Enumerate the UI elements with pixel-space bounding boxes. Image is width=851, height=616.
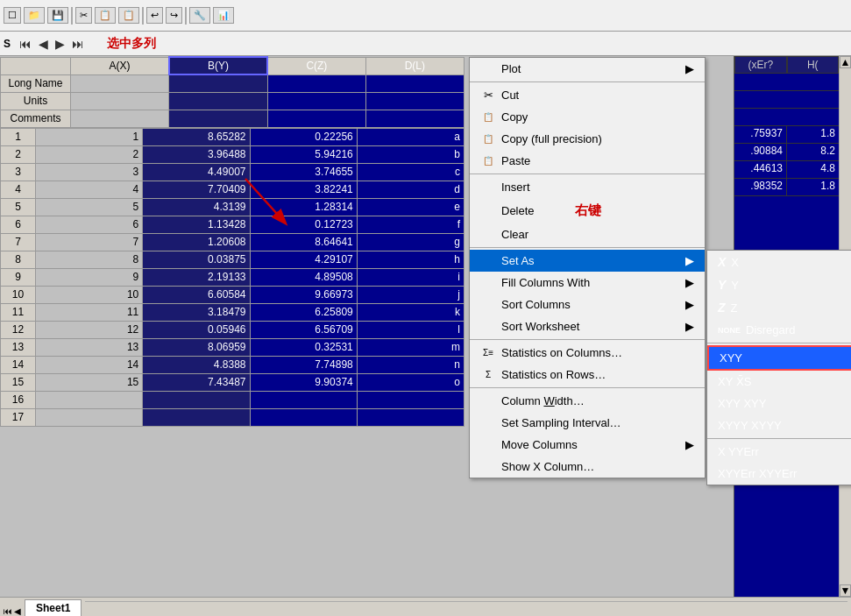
units-d[interactable] [365,92,464,110]
menu-move-cols[interactable]: Move Columns ▶ [470,434,705,456]
cell-c[interactable]: 9.66973 [250,286,357,303]
cell-d[interactable]: h [357,251,464,268]
units-c[interactable] [267,92,365,110]
cell-b[interactable]: 1.13428 [143,216,250,233]
menu-clear[interactable]: Clear [470,223,705,245]
tab-nav-first[interactable]: ⏮ [4,606,12,616]
save-btn[interactable]: 💾 [47,7,68,24]
paste-btn[interactable]: 📋 [118,7,139,24]
cell-a[interactable] [36,391,143,408]
nav-prev[interactable]: ◀ [37,37,50,51]
right-cell-2[interactable]: 8.2 [787,144,839,160]
cell-b[interactable]: 4.8388 [143,356,250,373]
tools-btn[interactable]: 🔧 [189,7,210,24]
cell-a[interactable]: 13 [36,338,143,356]
cell-d[interactable]: e [357,198,464,216]
cell-c[interactable] [250,391,357,408]
right-col1-header[interactable]: (xEr? [734,56,787,74]
cell-a[interactable]: 12 [36,321,143,338]
right-col2-header[interactable]: H( [787,56,840,74]
cell-c[interactable]: 8.64641 [250,233,357,251]
menu-paste[interactable]: 📋 Paste [470,150,705,172]
menu-show-x[interactable]: Show X Column… [470,456,705,478]
cell-a[interactable]: 1 [36,128,143,145]
menu-set-sampling[interactable]: Set Sampling Interval… [470,412,705,434]
cell-b[interactable]: 6.60584 [143,286,250,303]
cell-c[interactable]: 0.22256 [250,128,357,145]
col-c-header[interactable]: C(Z) [267,57,365,74]
cell-b[interactable]: 2.19133 [143,268,250,286]
cell-d[interactable]: b [357,145,464,163]
cell-a[interactable] [36,408,143,426]
cell-d[interactable]: d [357,181,464,198]
submenu-y[interactable]: Y Y [707,273,851,296]
cell-b[interactable]: 1.20608 [143,233,250,251]
cell-d[interactable]: l [357,321,464,338]
cell-b[interactable]: 8.65282 [143,128,250,145]
chart-btn[interactable]: 📊 [213,7,234,24]
longname-d[interactable] [365,74,464,92]
open-btn[interactable]: 📁 [24,7,45,24]
cell-a[interactable]: 8 [36,251,143,268]
cell-b[interactable]: 7.70409 [143,181,250,198]
units-a[interactable] [71,92,169,110]
comments-a[interactable] [71,110,169,127]
scroll-down-btn[interactable]: ▼ [840,584,851,597]
menu-insert[interactable]: Insert [470,176,705,198]
submenu-xyy-xyy[interactable]: XYY XYY [707,393,851,414]
menu-copy-full[interactable]: 📋 Copy (full precision) [470,128,705,150]
submenu-xyy[interactable]: XYY [707,345,851,371]
menu-sort-worksheet[interactable]: Sort Worksheet ▶ [470,315,705,337]
right-cell-1[interactable]: .44613 [734,161,787,178]
cell-c[interactable]: 4.89508 [250,268,357,286]
cell-d[interactable]: j [357,286,464,303]
cell-d[interactable]: a [357,128,464,145]
cell-a[interactable]: 9 [36,268,143,286]
cell-c[interactable]: 0.12723 [250,216,357,233]
nav-last[interactable]: ⏭ [70,37,86,51]
right-cell-2[interactable]: 1.8 [787,126,839,143]
units-b[interactable] [169,92,267,110]
sheet-tab-sheet1[interactable]: Sheet1 [25,599,82,616]
scroll-up-btn[interactable]: ▲ [840,56,851,68]
menu-stats-rows[interactable]: Σ Statistics on Rows… [470,364,705,386]
cell-c[interactable]: 0.32531 [250,338,357,356]
cell-d[interactable]: g [357,233,464,251]
right-cell-1[interactable]: .75937 [734,126,787,143]
submenu-z[interactable]: Z Z [707,296,851,319]
cell-b[interactable]: 3.96488 [143,145,250,163]
new-btn[interactable]: ☐ [4,7,21,24]
cell-a[interactable]: 6 [36,216,143,233]
cell-d[interactable]: c [357,163,464,181]
cell-d[interactable]: i [357,268,464,286]
nav-next[interactable]: ▶ [53,37,67,51]
submenu-xyerr-xyerr[interactable]: XYYErr XYYErr [707,463,851,485]
cell-c[interactable]: 3.82241 [250,181,357,198]
cell-b[interactable]: 8.06959 [143,338,250,356]
cell-a[interactable]: 11 [36,303,143,321]
menu-set-as[interactable]: Set As ▶ X X Y Y Z Z NONE Disregard XYY [470,250,705,272]
cell-a[interactable]: 3 [36,163,143,181]
redo-btn[interactable]: ↪ [166,7,182,24]
cell-a[interactable]: 14 [36,356,143,373]
cell-b[interactable]: 0.03875 [143,251,250,268]
tab-nav-prev[interactable]: ◀ [14,606,21,616]
col-a-header[interactable]: A(X) [71,57,169,74]
cell-a[interactable]: 4 [36,181,143,198]
cell-b[interactable]: 0.05946 [143,321,250,338]
col-d-header[interactable]: D(L) [365,57,464,74]
cell-d[interactable]: o [357,373,464,391]
cell-c[interactable]: 9.90374 [250,373,357,391]
longname-c[interactable] [267,74,365,92]
cell-c[interactable]: 7.74898 [250,356,357,373]
comments-d[interactable] [365,110,464,127]
menu-fill-columns[interactable]: Fill Columns With ▶ [470,272,705,294]
menu-delete[interactable]: Delete 右键 [470,198,705,223]
cell-c[interactable] [250,408,357,426]
cell-b[interactable]: 4.3139 [143,198,250,216]
cell-c[interactable]: 6.25809 [250,303,357,321]
right-cell-1[interactable]: .90884 [734,144,787,160]
cell-b[interactable] [143,391,250,408]
submenu-x-yyerr[interactable]: X YYErr [707,441,851,463]
cell-d[interactable] [357,408,464,426]
